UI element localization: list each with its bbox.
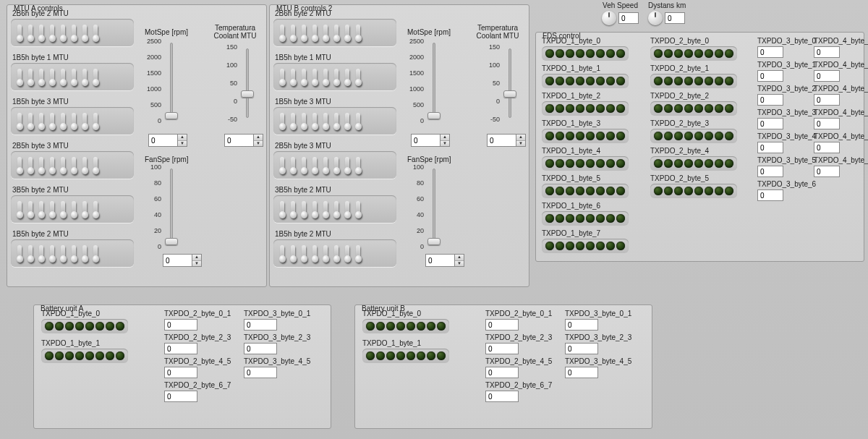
mtu-b-sw5-sw-5[interactable] xyxy=(331,243,341,263)
bat-a-col3-1-input[interactable] xyxy=(244,343,277,354)
mtu-a-sw1-sw-5[interactable] xyxy=(69,67,79,87)
mtu-b-sw2-sw-6[interactable] xyxy=(342,111,352,131)
mtu-b-motspe-num-down[interactable]: ▼ xyxy=(441,141,449,147)
mtu-b-sw3-sw-4[interactable] xyxy=(320,155,331,175)
mtu-b-sw2-sw-7[interactable] xyxy=(353,111,363,131)
fds-col3-1-input[interactable] xyxy=(757,70,783,82)
bat-a-col3-2-input[interactable] xyxy=(244,367,277,378)
mtu-b-temp-num-up[interactable]: ▲ xyxy=(516,135,525,141)
mtu-b-sw3-sw-6[interactable] xyxy=(342,155,352,175)
mtu-a-fanspe-num-input[interactable] xyxy=(163,254,192,267)
mtu-b-sw5-sw-7[interactable] xyxy=(353,243,363,263)
fds-col4-2-input[interactable] xyxy=(814,94,840,106)
mtu-a-sw5-sw-3[interactable] xyxy=(47,243,57,263)
mtu-a-sw2-sw-5[interactable] xyxy=(69,111,79,131)
bat-b-col3-0-input[interactable] xyxy=(565,319,598,331)
mtu-b-sw5-sw-0[interactable] xyxy=(277,243,287,263)
mtu-a-motspe-track[interactable] xyxy=(170,43,173,119)
mtu-b-sw5-sw-4[interactable] xyxy=(320,243,331,263)
mtu-a-sw0-sw-2[interactable] xyxy=(36,22,46,43)
mtu-b-sw2-sw-5[interactable] xyxy=(331,111,341,131)
bat-a-col3-0-input[interactable] xyxy=(244,319,277,331)
mtu-b-sw0-sw-3[interactable] xyxy=(310,22,320,43)
mtu-b-sw0-sw-1[interactable] xyxy=(288,22,298,43)
mtu-b-motspe-track[interactable] xyxy=(433,43,435,119)
mtu-b-sw4-sw-1[interactable] xyxy=(288,199,298,219)
bat-b-col2-1-input[interactable] xyxy=(485,343,519,354)
mtu-b-sw1-sw-1[interactable] xyxy=(288,67,298,87)
mtu-b-fanspe-num-up[interactable]: ▲ xyxy=(455,255,464,261)
mtu-b-motspe-num-input[interactable] xyxy=(411,134,440,147)
mtu-a-sw3-sw-1[interactable] xyxy=(25,155,35,175)
mtu-b-sw4-sw-5[interactable] xyxy=(331,199,341,219)
mtu-a-sw5-sw-0[interactable] xyxy=(14,243,25,263)
mtu-a-sw3-sw-2[interactable] xyxy=(36,155,46,175)
mtu-a-sw4-sw-5[interactable] xyxy=(69,199,79,219)
mtu-a-sw1-sw-1[interactable] xyxy=(25,67,35,87)
bat-a-col2-0-input[interactable] xyxy=(164,319,197,331)
dystans-knob[interactable] xyxy=(648,11,663,25)
mtu-b-fanspe-num-input[interactable] xyxy=(425,254,454,267)
mtu-b-sw4-sw-0[interactable] xyxy=(277,199,287,219)
bat-b-col2-0-input[interactable] xyxy=(485,319,519,331)
mtu-a-sw2-sw-1[interactable] xyxy=(25,111,35,131)
mtu-b-sw2-sw-2[interactable] xyxy=(299,111,309,131)
mtu-b-sw0-sw-4[interactable] xyxy=(320,22,331,43)
mtu-a-sw0-sw-3[interactable] xyxy=(47,22,57,43)
fds-col4-5-input[interactable] xyxy=(814,166,840,177)
fds-col4-4-input[interactable] xyxy=(814,142,840,153)
bat-a-col2-2-input[interactable] xyxy=(164,367,197,378)
dystans-value[interactable] xyxy=(665,12,685,24)
mtu-a-sw5-sw-2[interactable] xyxy=(36,243,46,263)
mtu-b-temp-track[interactable] xyxy=(509,48,511,118)
mtu-a-sw1-sw-4[interactable] xyxy=(58,67,68,87)
mtu-b-sw1-sw-3[interactable] xyxy=(310,67,320,87)
mtu-b-sw4-sw-7[interactable] xyxy=(353,199,363,219)
mtu-a-sw2-sw-4[interactable] xyxy=(58,111,68,131)
mtu-b-sw3-sw-7[interactable] xyxy=(353,155,363,175)
fds-col4-1-input[interactable] xyxy=(814,70,840,82)
mtu-b-sw1-sw-2[interactable] xyxy=(299,67,309,87)
mtu-a-fanspe-track[interactable] xyxy=(170,169,173,245)
mtu-a-temp-thumb[interactable] xyxy=(241,90,254,98)
mtu-a-fanspe-num-up[interactable]: ▲ xyxy=(192,255,201,261)
mtu-b-sw5-sw-2[interactable] xyxy=(299,243,309,263)
fds-col4-3-input[interactable] xyxy=(814,118,840,129)
mtu-a-sw1-sw-7[interactable] xyxy=(90,67,101,87)
mtu-a-sw2-sw-7[interactable] xyxy=(90,111,101,131)
mtu-b-sw3-sw-3[interactable] xyxy=(310,155,320,175)
mtu-b-fanspe-thumb[interactable] xyxy=(427,238,441,245)
fds-col3-3-input[interactable] xyxy=(757,118,783,129)
mtu-b-sw3-sw-5[interactable] xyxy=(331,155,341,175)
mtu-a-temp-num-input[interactable] xyxy=(224,134,253,147)
bat-b-col2-2-input[interactable] xyxy=(485,367,519,378)
mtu-b-sw5-sw-3[interactable] xyxy=(310,243,320,263)
mtu-a-sw0-sw-7[interactable] xyxy=(90,22,101,43)
mtu-a-sw4-sw-4[interactable] xyxy=(58,199,68,219)
fds-col3-4-input[interactable] xyxy=(757,142,783,153)
mtu-a-temp-num-up[interactable]: ▲ xyxy=(254,135,263,141)
mtu-a-motspe-num-down[interactable]: ▼ xyxy=(178,141,187,147)
bat-b-col3-1-input[interactable] xyxy=(565,343,598,354)
mtu-a-sw3-sw-7[interactable] xyxy=(90,155,101,175)
mtu-b-motspe-thumb[interactable] xyxy=(427,112,441,119)
mtu-a-temp-num-down[interactable]: ▼ xyxy=(254,141,263,147)
mtu-a-sw4-sw-3[interactable] xyxy=(47,199,57,219)
mtu-a-sw5-sw-7[interactable] xyxy=(90,243,101,263)
mtu-b-fanspe-num-down[interactable]: ▼ xyxy=(455,261,464,267)
mtu-b-sw0-sw-7[interactable] xyxy=(353,22,363,43)
mtu-b-sw5-sw-1[interactable] xyxy=(288,243,298,263)
mtu-b-sw2-sw-1[interactable] xyxy=(288,111,298,131)
mtu-a-sw4-sw-0[interactable] xyxy=(14,199,25,219)
mtu-b-fanspe-track[interactable] xyxy=(433,169,435,245)
mtu-b-motspe-num-up[interactable]: ▲ xyxy=(441,135,449,141)
mtu-b-sw1-sw-5[interactable] xyxy=(331,67,341,87)
fds-col4-0-input[interactable] xyxy=(814,46,840,58)
mtu-a-sw0-sw-1[interactable] xyxy=(25,22,35,43)
bat-a-col2-1-input[interactable] xyxy=(164,343,197,354)
mtu-a-sw0-sw-0[interactable] xyxy=(14,22,25,43)
mtu-a-motspe-num-input[interactable] xyxy=(148,134,177,147)
veh-speed-knob[interactable] xyxy=(602,11,616,25)
mtu-a-sw2-sw-3[interactable] xyxy=(47,111,57,131)
veh-speed-value[interactable] xyxy=(618,12,639,24)
